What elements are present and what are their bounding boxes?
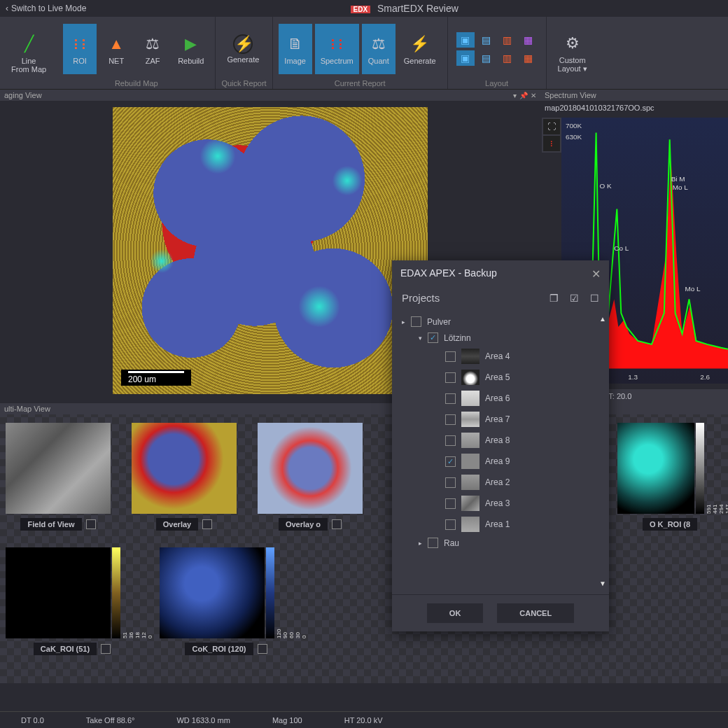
layout-8[interactable]: ▦ [519, 50, 538, 66]
layout-6[interactable]: ▤ [477, 50, 496, 66]
tree-checkbox[interactable] [445, 477, 456, 488]
mm-check[interactable] [202, 519, 212, 529]
tree-checkbox[interactable] [445, 414, 456, 425]
lbl: Image [284, 57, 306, 65]
svg-text:O  K: O K [600, 182, 612, 190]
scroll-down-icon[interactable]: ▼ [599, 580, 605, 587]
custom-layout-button[interactable]: ⚙ Custom Layout ▾ [552, 28, 593, 78]
layout-7[interactable]: ▥ [498, 50, 517, 66]
section-label: Projects [402, 292, 440, 304]
svg-text:630K: 630K [566, 133, 582, 141]
line-icon: ╱ [24, 33, 34, 55]
tree-checkbox[interactable] [445, 498, 456, 509]
generate-current-report-button[interactable]: ⚡ Generate [398, 24, 442, 74]
live-mode-label: Switch to Live Mode [11, 4, 86, 13]
spectrum-button[interactable]: ⫶⫶ Spectrum [315, 24, 359, 74]
tree-checkbox[interactable] [445, 372, 456, 383]
tree-checkbox[interactable] [445, 351, 456, 362]
tree-checkbox[interactable] [428, 538, 438, 548]
tree-area-item[interactable]: Area 7 [435, 409, 599, 430]
spectrum-header: Spectrum View [540, 90, 728, 101]
uncheck-all-icon[interactable]: ☐ [590, 293, 599, 304]
mm-label: Overlay o [279, 518, 328, 531]
collapse-icon[interactable]: ▾ [419, 335, 422, 342]
mm-item-overlay[interactable]: Overlay [132, 423, 237, 531]
play-icon: ▶ [185, 33, 197, 55]
tree-label: Area 2 [485, 477, 510, 487]
mm-item-cak[interactable]: 513618120 CaK_ROI (51) [6, 547, 139, 655]
lbl: Custom Layout ▾ [558, 56, 587, 74]
group-label: Layout [454, 78, 540, 88]
area-thumb [461, 349, 479, 364]
tree-area-item[interactable]: Area 6 [435, 388, 599, 409]
scroll-up-icon[interactable]: ▲ [599, 315, 605, 323]
tree-checkbox[interactable] [411, 316, 421, 327]
imaging-header: aging View ▾ 📌 ✕ [0, 90, 540, 101]
panel-title: aging View [4, 91, 42, 99]
tree-root[interactable]: ▸ Pulver [402, 314, 599, 330]
tree-label: Area 6 [485, 393, 510, 403]
tree-checkbox[interactable] [445, 519, 456, 530]
mm-label: Field of View [20, 518, 81, 531]
tree-checkbox[interactable] [445, 456, 456, 467]
expand-icon[interactable]: ▸ [419, 540, 422, 547]
net-button[interactable]: ▲ NET [99, 24, 133, 74]
tree-checkbox[interactable] [428, 332, 438, 343]
tree-area-item[interactable]: Area 1 [435, 514, 599, 535]
peaks-icon[interactable]: ⫶ [543, 136, 560, 151]
mm-check[interactable] [258, 644, 267, 654]
copy-icon[interactable]: ❐ [550, 293, 559, 304]
mm-item-cok[interactable]: 1209060300 CoK_ROI (120) [160, 547, 293, 655]
tree-area-item[interactable]: Area 5 [435, 367, 599, 388]
dropdown-icon[interactable]: ▾ [513, 92, 517, 99]
tree-area-item[interactable]: Area 4 [435, 346, 599, 367]
ribbon: ╱ Line From Map ⫶⫶ ROI ▲ NET ⚖ ZAF ▶ Reb… [0, 17, 728, 90]
status-wd: WD 1633.0 mm [176, 716, 230, 724]
tree-node-lotzinn[interactable]: ▾ Lötzinn [419, 330, 599, 346]
fullscreen-icon[interactable]: ⛶ [543, 119, 560, 134]
bolt-doc-icon: ⚡ [410, 33, 429, 55]
tree-node-other[interactable]: ▸ Rau [419, 535, 599, 551]
close-icon[interactable]: ✕ [592, 267, 601, 281]
area-thumb [461, 517, 479, 532]
layout-2[interactable]: ▤ [477, 32, 496, 48]
layout-presets[interactable]: ▣ ▤ ▥ ▦ ▣ ▤ ▥ ▦ [454, 29, 540, 69]
mm-check[interactable] [101, 644, 111, 654]
mm-item-overlay2[interactable]: Overlay o [258, 423, 363, 531]
line-from-map-button[interactable]: ╱ Line From Map [6, 28, 52, 78]
mm-item-ok[interactable]: 5914412941470 O K_ROI (8 [617, 423, 722, 531]
rebuild-button[interactable]: ▶ Rebuild [172, 24, 209, 74]
ok-button[interactable]: OK [427, 603, 484, 623]
mm-check[interactable] [86, 519, 96, 529]
tree-area-item[interactable]: Area 9 [435, 451, 599, 472]
roi-button[interactable]: ⫶⫶ ROI [63, 24, 97, 74]
mm-item-fov[interactable]: Field of View [6, 423, 111, 531]
image-button[interactable]: 🗎 Image [279, 24, 312, 74]
layout-4[interactable]: ▦ [519, 32, 538, 48]
generate-quick-report-button[interactable]: ⚡ Generate [221, 24, 265, 74]
layout-5[interactable]: ▣ [456, 50, 475, 66]
tree-area-item[interactable]: Area 8 [435, 430, 599, 451]
tree-checkbox[interactable] [445, 435, 456, 446]
switch-live-mode[interactable]: ‹ Switch to Live Mode [6, 4, 86, 13]
tree-label: Area 8 [485, 435, 510, 445]
layout-1[interactable]: ▣ [456, 32, 475, 48]
check-all-icon[interactable]: ☑ [570, 293, 579, 304]
tree-area-item[interactable]: Area 2 [435, 472, 599, 493]
mm-check[interactable] [332, 519, 342, 529]
bolt-circle-icon: ⚡ [233, 34, 253, 54]
pin-icon[interactable]: 📌 [519, 92, 528, 99]
expand-icon[interactable]: ▸ [402, 318, 405, 326]
multimap-row-1: Field of View Overlay Overlay o 59144129… [0, 414, 728, 539]
tree-area-item[interactable]: Area 3 [435, 493, 599, 514]
tree-checkbox[interactable] [445, 393, 456, 404]
cancel-button[interactable]: CANCEL [497, 603, 574, 623]
quant-button[interactable]: ⚖ Quant [362, 24, 396, 74]
status-ht: HT 20.0 kV [344, 716, 383, 724]
mm-label: Overlay [156, 518, 198, 531]
zaf-button[interactable]: ⚖ ZAF [136, 24, 169, 74]
scrollbar[interactable]: ▲ ▼ [599, 315, 605, 587]
close-icon[interactable]: ✕ [531, 92, 536, 99]
layout-3[interactable]: ▥ [498, 32, 517, 48]
mm-label: CoK_ROI (120) [185, 643, 253, 655]
